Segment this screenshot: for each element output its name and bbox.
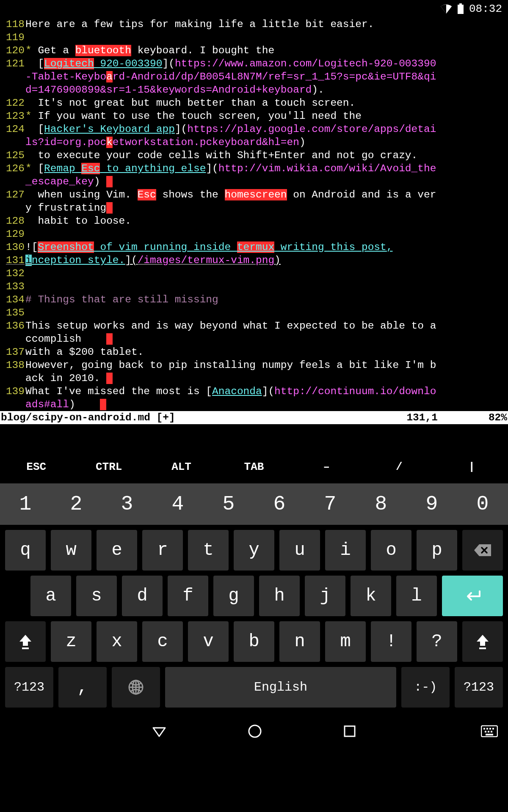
key-b[interactable]: b xyxy=(234,621,274,662)
line-text: d=1476900899&sr=1-15&keywords=Android+ke… xyxy=(25,83,507,96)
key-?[interactable]: ? xyxy=(417,621,457,662)
key-c[interactable]: c xyxy=(142,621,183,662)
line-text: with a $200 tablet. xyxy=(25,346,507,359)
code-token: on Android and is a ver xyxy=(287,189,436,200)
key-6[interactable]: 6 xyxy=(254,483,305,525)
code-line: 134# Things that are still missing xyxy=(0,293,507,306)
termux-key-[interactable]: – xyxy=(290,454,363,483)
code-token: [ xyxy=(38,163,44,174)
line-text xyxy=(25,306,507,319)
line-text xyxy=(25,280,507,293)
key-r[interactable]: r xyxy=(142,530,183,571)
termux-key-[interactable]: / xyxy=(363,454,435,483)
key-s[interactable]: s xyxy=(76,576,117,616)
key-0[interactable]: 0 xyxy=(457,483,508,525)
code-token: homescreen xyxy=(225,189,287,200)
key-w[interactable]: w xyxy=(51,530,91,571)
termux-key-tab[interactable]: TAB xyxy=(218,454,290,483)
key-v[interactable]: v xyxy=(188,621,229,662)
key-l[interactable]: l xyxy=(396,576,437,616)
key-z[interactable]: z xyxy=(51,621,91,662)
key-d[interactable]: d xyxy=(122,576,163,616)
key-k[interactable]: k xyxy=(351,576,391,616)
line-text: This setup works and is way beyond what … xyxy=(25,319,507,332)
nav-home-icon[interactable] xyxy=(247,724,262,739)
vim-editor[interactable]: 118Here are a few tips for making life a… xyxy=(0,18,508,411)
code-line: 119 xyxy=(0,31,507,44)
line-number: 120 xyxy=(0,44,25,57)
line-text: y frustrating xyxy=(25,201,507,214)
line-number: 137 xyxy=(0,346,25,359)
line-number: 138 xyxy=(0,359,25,372)
key-p[interactable]: p xyxy=(417,530,457,571)
key-u[interactable]: u xyxy=(279,530,320,571)
key-x[interactable]: x xyxy=(97,621,137,662)
key-emoji[interactable]: :-) xyxy=(401,667,450,708)
soft-keyboard: 1234567890 qwertyuiop asdfghjkl zxcvbnm!… xyxy=(0,483,508,713)
key-2[interactable]: 2 xyxy=(51,483,102,525)
termux-key-[interactable]: | xyxy=(436,454,508,483)
code-token: Esc xyxy=(81,163,100,174)
code-token: y frustrating xyxy=(25,202,106,214)
key-j[interactable]: j xyxy=(305,576,345,616)
nav-back-icon[interactable] xyxy=(152,724,167,739)
key-5[interactable]: 5 xyxy=(203,483,254,525)
nav-keyboard-toggle-icon[interactable] xyxy=(481,725,498,737)
key-8[interactable]: 8 xyxy=(356,483,406,525)
key-3[interactable]: 3 xyxy=(102,483,152,525)
key-e[interactable]: e xyxy=(97,530,137,571)
key-backspace[interactable] xyxy=(462,530,503,571)
key-n[interactable]: n xyxy=(279,621,320,662)
code-token: * xyxy=(25,110,38,122)
line-number: 136 xyxy=(0,319,25,332)
key-7[interactable]: 7 xyxy=(305,483,356,525)
key-enter[interactable] xyxy=(442,576,503,616)
code-token xyxy=(100,399,106,410)
key-h[interactable]: h xyxy=(259,576,300,616)
termux-key-alt[interactable]: ALT xyxy=(145,454,218,483)
line-text: However, going back to pip installing nu… xyxy=(25,359,507,372)
key-![interactable]: ! xyxy=(371,621,411,662)
key-shift-left[interactable] xyxy=(5,621,46,662)
key-m[interactable]: m xyxy=(325,621,366,662)
key-9[interactable]: 9 xyxy=(406,483,457,525)
key-a[interactable]: a xyxy=(30,576,71,616)
key-g[interactable]: g xyxy=(213,576,254,616)
code-token xyxy=(81,333,106,345)
code-token: Hacker's Keyboard app xyxy=(44,123,175,135)
termux-key-esc[interactable]: ESC xyxy=(0,454,72,483)
code-token: nception style. xyxy=(32,255,125,266)
key-i[interactable]: i xyxy=(325,530,366,571)
code-token: bluetooth xyxy=(75,45,131,56)
key-shift-right[interactable] xyxy=(462,621,503,662)
code-line: 124 [Hacker's Keyboard app](https://play… xyxy=(0,123,507,136)
key-t[interactable]: t xyxy=(188,530,229,571)
key-comma[interactable]: , xyxy=(58,667,107,708)
code-token: [ xyxy=(25,123,44,135)
termux-key-ctrl[interactable]: CTRL xyxy=(72,454,145,483)
nav-recents-icon[interactable] xyxy=(343,724,356,738)
code-token: shows the xyxy=(156,189,225,200)
code-token: ![ xyxy=(25,241,38,253)
code-token: # Things that are still missing xyxy=(25,294,218,305)
svg-rect-9 xyxy=(483,728,485,730)
line-text: [Hacker's Keyboard app](https://play.goo… xyxy=(25,123,507,136)
key-y[interactable]: y xyxy=(234,530,274,571)
key-o[interactable]: o xyxy=(371,530,411,571)
code-line-wrap: ls?id=org.pocketworkstation.pckeyboard&h… xyxy=(0,136,507,149)
key-f[interactable]: f xyxy=(168,576,208,616)
code-token: http://vim.wikia.com/wiki/Avoid_the xyxy=(218,163,436,174)
key-language[interactable] xyxy=(112,667,160,708)
code-token: Sreenshot xyxy=(38,241,94,253)
code-line: 136This setup works and is way beyond wh… xyxy=(0,319,507,332)
key-1[interactable]: 1 xyxy=(0,483,51,525)
key-q[interactable]: q xyxy=(5,530,46,571)
code-token: ]( xyxy=(206,163,218,174)
key-space[interactable]: English xyxy=(165,667,397,708)
key-symbols-right[interactable]: ?123 xyxy=(455,667,503,708)
code-token: i xyxy=(25,255,32,266)
code-line: 133 xyxy=(0,280,507,293)
key-4[interactable]: 4 xyxy=(152,483,203,525)
code-line: 123* If you want to use the touch screen… xyxy=(0,110,507,123)
key-symbols-left[interactable]: ?123 xyxy=(5,667,53,708)
